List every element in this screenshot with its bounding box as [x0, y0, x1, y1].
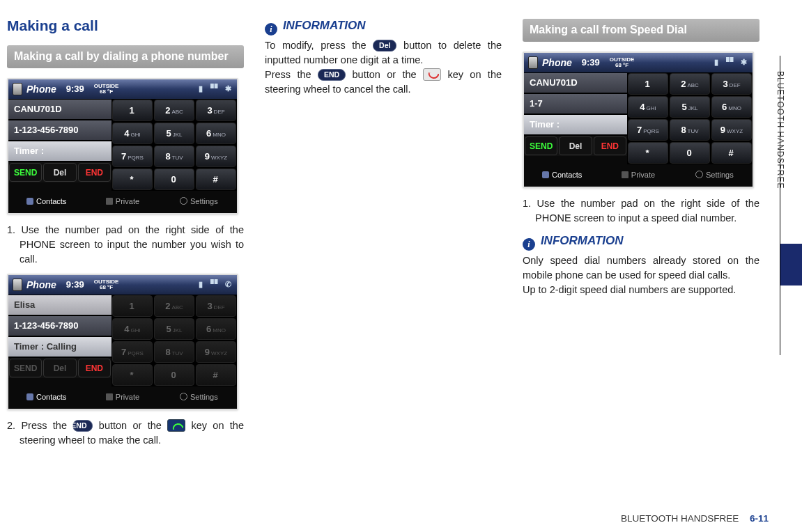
send-button: SEND: [9, 359, 42, 377]
phone-screenshot-dial: Phone 9:39 OUTSIDE68 °F ▮ ▝▘ ✱ CANU701D …: [7, 78, 238, 214]
timer-row: Timer :: [8, 141, 111, 162]
phone-icon: [528, 56, 538, 69]
speed-dial-step-1: 1. Use the number pad on the right side …: [523, 196, 759, 226]
dialed-number: 1-123-456-7890: [8, 315, 111, 336]
step-2-text: 2. Press the SEND button or the key on t…: [7, 418, 244, 448]
settings-icon: [695, 171, 703, 178]
phone-title: Phone: [26, 279, 56, 290]
end-button[interactable]: END: [78, 163, 111, 182]
paired-device: CANU701D: [8, 99, 111, 120]
info-speed-dial-text-2: Up to 2-digit speed dial numbers are sup…: [523, 283, 759, 297]
phone-screenshot-speed-dial: Phone 9:39 OUTSIDE68 °F ▮ ▝▘ ✱ CANU701D …: [523, 52, 754, 188]
tab-contacts[interactable]: Contacts: [8, 388, 84, 406]
send-button[interactable]: SEND: [9, 163, 42, 182]
tab-settings[interactable]: Settings: [677, 166, 753, 184]
side-tab-label: BLUETOOTH HANDSFREE: [776, 71, 785, 189]
private-icon: [622, 171, 629, 178]
clock: 9:39: [66, 84, 84, 94]
section-heading-dial-number: Making a call by dialing a phone number: [7, 45, 244, 68]
timer-row: Timer :: [524, 114, 627, 135]
steering-hangup-key-icon: [423, 68, 441, 81]
phone-titlebar: Phone 9:39 OUTSIDE68 °F ▮ ▝▘ ✱: [8, 79, 237, 99]
clock: 9:39: [66, 279, 84, 290]
private-icon: [106, 393, 113, 400]
keypad-disabled: 12ABC3DEF 4GHI5JKL6MNO 7PQRS8TUV9WXYZ *0…: [111, 295, 237, 386]
footer-section: BLUETOOTH HANDSFREE: [621, 513, 739, 524]
info-icon: i: [523, 238, 535, 251]
contacts-icon: [26, 198, 33, 205]
paired-device: CANU701D: [524, 72, 627, 93]
information-heading: INFORMATION: [541, 234, 624, 247]
info-icon: i: [265, 23, 277, 36]
outside-temp: OUTSIDE68 °F: [94, 84, 119, 95]
tab-settings[interactable]: Settings: [161, 192, 237, 210]
speed-dial-number: 1-7: [524, 93, 627, 114]
status-icons: ▮ ▝▘ ✱: [714, 58, 748, 67]
outside-temp: OUTSIDE68 °F: [610, 57, 635, 68]
end-button[interactable]: END: [594, 136, 626, 155]
information-block-2: i INFORMATION: [523, 234, 759, 251]
keypad[interactable]: 12ABC3DEF 4GHI5JKL6MNO 7PQRS8TUV9WXYZ *0…: [627, 72, 753, 164]
phone-title: Phone: [542, 57, 572, 68]
information-block: i INFORMATION: [265, 19, 502, 36]
tab-private[interactable]: Private: [600, 166, 676, 184]
phone-icon: [13, 83, 22, 95]
outside-temp: OUTSIDE68 °F: [94, 279, 119, 290]
info-speed-dial-text-1: Only speed dial numbers already stored o…: [523, 253, 759, 283]
send-button[interactable]: SEND: [525, 136, 557, 155]
side-tab: BLUETOOTH HANDSFREE: [780, 56, 802, 355]
del-button[interactable]: Del: [559, 136, 592, 155]
private-icon: [106, 198, 113, 205]
info-line-1: To modify, press the Del button to delet…: [265, 38, 502, 68]
status-icons: ▮ ▝▘ ✆: [199, 280, 233, 289]
tab-private[interactable]: Private: [84, 192, 160, 210]
tab-settings: Settings: [161, 388, 237, 406]
page-number: 6-11: [750, 513, 769, 524]
del-button: Del: [43, 359, 76, 377]
del-button[interactable]: Del: [43, 163, 76, 182]
step-1-text: 1. Use the number pad on the right side …: [7, 223, 244, 267]
timer-calling: Timer : Calling: [8, 336, 111, 357]
tab-contacts[interactable]: Contacts: [524, 166, 600, 184]
keypad[interactable]: 12ABC3DEF 4GHI5JKL6MNO 7PQRS8TUV9WXYZ *0…: [111, 99, 237, 191]
contact-name: Elisa: [8, 295, 111, 315]
section-heading-speed-dial: Making a call from Speed Dial: [523, 19, 759, 42]
settings-icon: [180, 197, 187, 205]
clock: 9:39: [582, 57, 600, 68]
status-icons: ▮ ▝▘ ✱: [199, 84, 233, 93]
info-line-2: Press the END button or the key on the s…: [265, 68, 502, 97]
contacts-icon: [542, 171, 549, 178]
tab-contacts[interactable]: Contacts: [8, 192, 84, 210]
end-button[interactable]: END: [78, 359, 111, 377]
contacts-icon: [26, 393, 33, 400]
side-tab-marker: [780, 244, 802, 285]
inline-del-button: Del: [373, 40, 396, 52]
inline-send-button: SEND: [72, 420, 93, 432]
information-heading: INFORMATION: [283, 19, 366, 32]
phone-icon: [13, 279, 22, 291]
phone-title: Phone: [26, 84, 56, 95]
tab-private: Private: [84, 388, 160, 406]
phone-screenshot-calling: Phone 9:39 OUTSIDE68 °F ▮ ▝▘ ✆ Elisa 1-1…: [7, 274, 238, 410]
page-title: Making a call: [7, 17, 244, 34]
dialed-number: 1-123-456-7890: [8, 120, 111, 141]
inline-end-button: END: [318, 69, 346, 81]
page-footer: BLUETOOTH HANDSFREE 6-11: [621, 513, 769, 524]
settings-icon: [180, 393, 187, 400]
steering-call-key-icon: [167, 419, 185, 432]
